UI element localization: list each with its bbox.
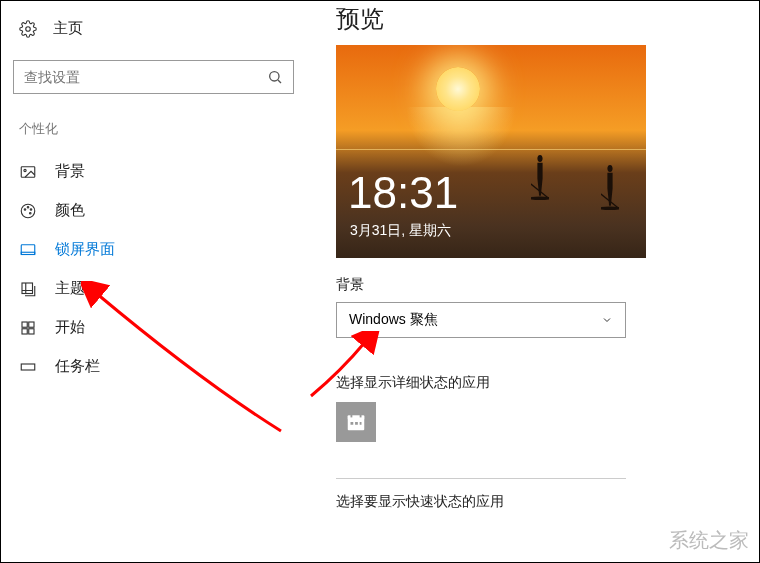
dropdown-value: Windows 聚焦	[349, 311, 438, 329]
svg-rect-14	[29, 322, 34, 327]
theme-icon	[19, 280, 37, 298]
palette-icon	[19, 202, 37, 220]
svg-rect-11	[21, 252, 35, 254]
gear-icon	[19, 20, 37, 38]
detail-status-app-tile[interactable]	[336, 402, 376, 442]
page-title: 预览	[336, 3, 759, 35]
search-input-container[interactable]	[13, 60, 294, 94]
svg-rect-26	[351, 422, 354, 425]
preview-time: 18:31	[348, 168, 458, 218]
svg-rect-16	[29, 328, 34, 333]
start-icon	[19, 319, 37, 337]
sidebar-home[interactable]: 主页	[1, 11, 306, 46]
background-dropdown[interactable]: Windows 聚焦	[336, 302, 626, 338]
lockscreen-preview: 18:31 3月31日, 星期六	[336, 45, 646, 258]
svg-point-6	[24, 208, 26, 210]
svg-point-1	[270, 72, 279, 81]
preview-figure-2	[601, 165, 619, 217]
section-title: 个性化	[19, 120, 306, 138]
preview-date: 3月31日, 星期六	[350, 222, 451, 240]
search-icon	[267, 69, 283, 85]
nav-label: 任务栏	[55, 357, 100, 376]
svg-rect-3	[21, 166, 35, 177]
svg-point-9	[30, 212, 32, 214]
preview-sun	[436, 67, 480, 111]
picture-icon	[19, 163, 37, 181]
sidebar-item-themes[interactable]: 主题	[1, 269, 306, 308]
sidebar-item-lockscreen[interactable]: 锁屏界面	[1, 230, 306, 269]
svg-rect-27	[355, 422, 358, 425]
sidebar-item-start[interactable]: 开始	[1, 308, 306, 347]
svg-rect-23	[348, 416, 365, 420]
nav-label: 锁屏界面	[55, 240, 115, 259]
lockscreen-icon	[19, 241, 37, 259]
nav-label: 主题	[55, 279, 85, 298]
quick-status-label: 选择要显示快速状态的应用	[336, 493, 759, 511]
nav-label: 背景	[55, 162, 85, 181]
svg-point-7	[27, 206, 29, 208]
svg-point-21	[601, 207, 619, 210]
preview-sunreflection	[406, 107, 516, 167]
svg-rect-17	[21, 364, 35, 370]
search-input[interactable]	[24, 69, 267, 85]
svg-point-8	[30, 208, 32, 210]
preview-horizon	[336, 149, 646, 150]
detail-status-label: 选择显示详细状态的应用	[336, 374, 759, 392]
svg-rect-12	[22, 283, 33, 294]
taskbar-icon	[19, 358, 37, 376]
svg-line-2	[278, 80, 281, 83]
sidebar-item-taskbar[interactable]: 任务栏	[1, 347, 306, 386]
calendar-icon	[345, 411, 367, 433]
svg-rect-15	[22, 328, 27, 333]
background-label: 背景	[336, 276, 759, 294]
svg-rect-13	[22, 322, 27, 327]
divider	[336, 478, 626, 479]
main-content: 预览 18:31 3月31日, 星期六 背景 Windows 聚焦 选择显示详细…	[306, 1, 759, 562]
svg-rect-10	[21, 244, 35, 254]
nav-label: 开始	[55, 318, 85, 337]
svg-point-19	[531, 197, 549, 200]
svg-rect-28	[360, 422, 362, 425]
sidebar: 主页 个性化 背景 颜色 锁屏界面 主题 开始 任务栏	[1, 1, 306, 562]
nav-label: 颜色	[55, 201, 85, 220]
chevron-down-icon	[601, 314, 613, 326]
sidebar-item-colors[interactable]: 颜色	[1, 191, 306, 230]
svg-point-4	[24, 169, 26, 171]
sidebar-item-background[interactable]: 背景	[1, 152, 306, 191]
preview-figure-1	[531, 155, 549, 207]
svg-point-0	[26, 26, 31, 31]
home-label: 主页	[53, 19, 83, 38]
